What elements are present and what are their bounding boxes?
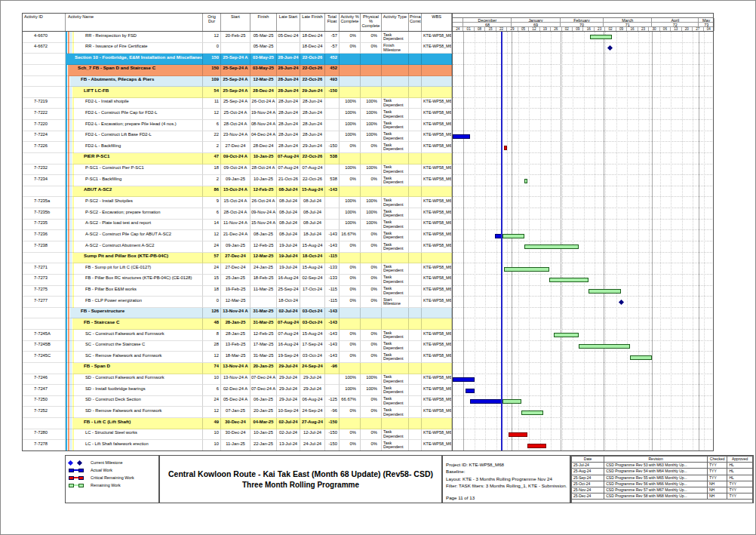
gantt-bar-remaining <box>502 234 524 238</box>
cell-dur: 49 <box>203 418 221 429</box>
cell-late_start: 28-Jun-24 <box>277 120 300 131</box>
gantt-bar-remaining <box>589 289 621 294</box>
cell-late_start: 08-Jul-24 <box>277 230 300 241</box>
cell-finish: 07-Dec-24 A <box>250 385 277 396</box>
cell-late_start: 07-Aug-24 <box>277 164 300 176</box>
cell-prima <box>409 286 422 297</box>
revision-cell: CSD Programme Rev 56 with M66 Monthly Up… <box>604 481 708 487</box>
gantt-row <box>453 54 714 65</box>
cell-id: 7-7280 <box>22 429 66 441</box>
cell-name: FB - Pillar Box E&M works <box>66 286 203 297</box>
revision-row: 25-Jul-24CSD Programme Rev 53 with M63 M… <box>572 463 753 469</box>
revision-cell: NH <box>708 487 727 493</box>
legend-icon-actual <box>69 469 88 472</box>
cell-wbs: KTE-WP58_M68.O <box>422 341 452 352</box>
cell-late_finish: 03-Oct-24 <box>300 308 325 319</box>
gantt-bar-critical <box>504 146 507 150</box>
cell-type: Task Dependent <box>382 131 409 143</box>
cell-type: Task Dependent <box>382 374 409 386</box>
legend-label: Actual Work <box>91 468 112 472</box>
cell-late_start: 18-Oct-24 <box>277 297 300 308</box>
cell-act_pct <box>340 363 361 374</box>
project-id: Project ID: KTE-WP58_M68 <box>446 461 570 468</box>
cell-float <box>325 197 340 208</box>
revision-cell: 25-Aug-24 <box>572 469 604 475</box>
legend-icon-remaining <box>69 484 88 487</box>
cell-float <box>325 109 340 120</box>
cell-phys_pct: 0% <box>361 175 382 186</box>
report-title: Central Kowloon Route - Kai Tak East (Mo… <box>168 469 433 478</box>
cell-finish: 12-Feb-25 <box>250 330 277 341</box>
cell-late_start: 19-Jul-24 <box>277 263 300 275</box>
cell-late_finish: 22-Oct-26 <box>300 54 325 65</box>
cell-id: 7-7234 <box>22 175 66 186</box>
timeline-tick: 12 <box>529 27 539 31</box>
cell-dur: 11 <box>203 98 221 109</box>
cell-prima <box>409 263 422 275</box>
timeline-tick: 02 <box>605 27 616 31</box>
cell-name: Sump Pit and Pillar Box (KTE-PB-04C) <box>66 253 203 264</box>
cell-start: 15-Oct-24 A <box>221 186 250 198</box>
cell-start: 12-Mar-25 <box>221 297 250 308</box>
revision-row: 25-Oct-24CSD Programme Rev 56 with M66 M… <box>572 481 753 487</box>
cell-float: 538 <box>325 175 340 186</box>
cell-act_pct: 0% <box>340 341 361 352</box>
revision-column-revision: Revision <box>604 457 708 463</box>
cell-late_finish: 29-Jun-24 <box>300 87 325 98</box>
cell-dur: 8 <box>203 330 221 341</box>
gantt-bar-actual <box>470 399 502 404</box>
band-row: FB - Lift C (Lift Shaft)4930-Dec-2404-Ma… <box>22 418 452 429</box>
cell-phys_pct: 100% <box>361 131 382 143</box>
gantt-row <box>453 142 714 153</box>
gantt-row <box>453 407 714 418</box>
timeline-tick: 19 <box>540 27 551 31</box>
cell-id: 7-7235b <box>22 208 66 220</box>
cell-prima <box>409 407 422 418</box>
timeline-tick: 16 <box>584 27 595 31</box>
cell-act_pct: 100% <box>340 220 361 231</box>
activity-row: 7-7219FD2-L - Install shotpile1125-Sep-2… <box>22 98 452 109</box>
cell-id: 7-7235a <box>22 197 66 208</box>
gantt-row <box>453 98 714 109</box>
cell-start: 30-Dec-24 <box>221 418 250 429</box>
cell-name: FB - CLP Power energization <box>66 297 203 308</box>
cell-phys_pct: 100% <box>361 385 382 396</box>
gantt-row <box>453 65 714 76</box>
timeline-tick: 20 <box>682 27 693 31</box>
cell-wbs: KTE-WP58_M68.O <box>422 407 452 418</box>
cell-late_finish: 28-Jun-24 <box>300 109 325 120</box>
cell-late_start: 28-Jun-24 <box>277 98 300 109</box>
project-info: Project ID: KTE-WP58_M68 Baseline: Layou… <box>442 455 570 503</box>
column-header-late_finish: Late Finish <box>300 13 325 31</box>
legend-item: Remaining Work <box>69 481 158 489</box>
timeline-tick: 22 <box>496 27 507 31</box>
cell-float: -143 <box>325 341 340 352</box>
cell-late_finish: 28-Jun-24 <box>300 120 325 131</box>
timeline-header: DecemberJanuaryFebruaryMarchAprilMay6869… <box>452 13 714 32</box>
cell-id: 7-7235 <box>22 220 66 231</box>
cell-wbs <box>422 308 452 319</box>
cell-float: -143 <box>325 186 340 198</box>
cell-late_start: 05-Dec-24 <box>277 32 300 43</box>
cell-type: Task Dependent <box>382 440 409 451</box>
cell-act_pct: 0% <box>340 407 361 418</box>
gantt-row <box>453 263 714 275</box>
cell-type: Task Dependent <box>382 330 409 341</box>
cell-float: -143 <box>325 308 340 319</box>
cell-type <box>382 418 409 429</box>
cell-late_start: 28-Jun-24 <box>277 87 300 98</box>
cell-finish: 03-May-25 <box>250 54 277 65</box>
cell-type: Task Dependent <box>382 286 409 297</box>
revision-cell: NH <box>708 481 727 487</box>
cell-dur: 57 <box>203 253 221 264</box>
activity-row: 7-7247SD - Install footbridge bearings60… <box>22 385 452 396</box>
cell-dur: 24 <box>203 263 221 275</box>
cell-act_pct: 100% <box>340 385 361 396</box>
cell-late_finish: 08-Jul-24 <box>300 208 325 220</box>
cell-name: SD - Install footbridge bearings <box>66 385 203 396</box>
cell-float: -143 <box>325 241 340 253</box>
cell-late_finish: 28-Jun-24 <box>300 98 325 109</box>
cell-dur: 10 <box>203 429 221 441</box>
cell-start: 28-Oct-24 A <box>221 120 250 131</box>
cell-start: 18-Mar-25 <box>221 352 250 363</box>
